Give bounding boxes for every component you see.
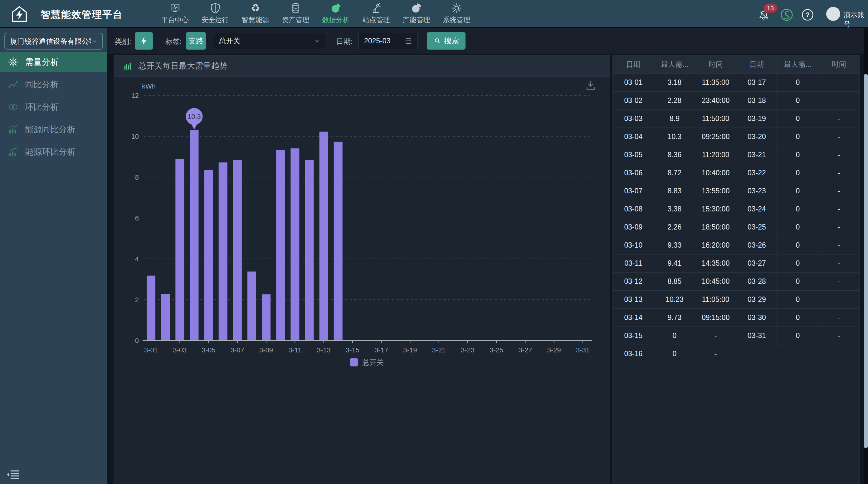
account-name[interactable]: 演示账号: [844, 10, 868, 29]
tag-branch-button[interactable]: 支路: [186, 32, 206, 50]
table-cell-empty: [736, 345, 777, 363]
collapse-sidebar-icon[interactable]: [6, 470, 21, 480]
avatar[interactable]: [826, 7, 840, 21]
svg-text:3-11: 3-11: [288, 346, 301, 354]
sidebar-item-energy-yoy-analysis[interactable]: 能源同比分析: [0, 120, 107, 139]
svg-text:3-01: 3-01: [144, 346, 158, 354]
table-cell: -: [818, 309, 859, 327]
table-cell: 03-19: [736, 110, 777, 128]
table-cell: 11:35:00: [695, 74, 736, 92]
database-icon: [290, 2, 301, 14]
table-header-cell: 日期: [613, 56, 654, 74]
table-cell: 0: [777, 146, 818, 164]
table-cell: 03-30: [736, 309, 777, 327]
table-cell: 0: [777, 255, 818, 272]
svg-text:12: 12: [131, 92, 139, 99]
page-scrollbar-track[interactable]: [864, 28, 868, 484]
table-cell: 03-22: [736, 164, 777, 182]
svg-text:3-23: 3-23: [461, 346, 474, 354]
svg-text:3-27: 3-27: [518, 346, 532, 354]
table-cell: 0: [777, 272, 818, 291]
nav-item-system-management[interactable]: 系统管理: [436, 0, 477, 27]
svg-text:3-25: 3-25: [490, 346, 503, 354]
sidebar-item-mom-analysis[interactable]: 环比分析: [0, 97, 107, 117]
table-cell: 0: [777, 92, 818, 110]
table-cell: 9.41: [654, 255, 695, 272]
robot-arm-icon: [371, 2, 382, 14]
table-cell: 10:45:00: [695, 272, 736, 291]
category-label: 类别:: [115, 37, 131, 46]
search-button[interactable]: 搜索: [427, 32, 466, 50]
demand-table: 日期最大需...时间日期最大需...时间03-013.1811:35:0003-…: [613, 56, 859, 363]
table-cell: -: [818, 200, 859, 218]
page-scrollbar-thumb[interactable]: [864, 74, 868, 448]
sidebar-item-label: 能源环比分析: [25, 146, 75, 158]
table-cell: 03-02: [613, 92, 654, 110]
nav-item-site-management[interactable]: 站点管理: [356, 0, 396, 27]
table-cell: -: [818, 128, 859, 146]
lightning-icon: [139, 36, 149, 45]
sidebar-item-label: 需量分析: [25, 57, 59, 68]
table-cell: 03-26: [736, 236, 777, 255]
svg-text:3-05: 3-05: [202, 346, 216, 354]
help-icon[interactable]: ?: [801, 8, 814, 22]
table-cell: 8.83: [654, 182, 695, 200]
table-cell: 03-31: [736, 327, 777, 345]
table-cell: -: [818, 218, 859, 236]
table-header-cell: 最大需...: [654, 56, 695, 74]
bar-chart-icon: [123, 61, 133, 71]
company-select-value: 厦门锐谷通信设备有限公司: [10, 36, 91, 46]
nav-item-smart-energy[interactable]: ♻智慧能源: [235, 0, 276, 27]
table-header-cell: 时间: [695, 56, 736, 74]
nav-item-capacity-management[interactable]: 产能管理: [396, 0, 436, 27]
table-cell: 03-16: [613, 345, 654, 363]
table-cell: 0: [777, 74, 818, 92]
table-cell: 03-04: [613, 128, 654, 146]
table-cell: 3.38: [654, 200, 695, 218]
sidebar-menu: 需量分析同比分析环比分析能源同比分析能源环比分析: [0, 52, 107, 164]
notification-badge[interactable]: 13: [763, 3, 777, 13]
date-picker[interactable]: 2025-03: [358, 33, 417, 49]
table-cell: 03-03: [613, 110, 654, 128]
table-header-cell: 日期: [736, 56, 777, 74]
svg-text:?: ?: [806, 11, 810, 19]
table-cell: 03-12: [613, 272, 654, 291]
table-cell: 15:30:00: [695, 200, 736, 218]
table-cell: 03-27: [736, 255, 777, 272]
nav-item-safe-operation[interactable]: 安全运行: [195, 0, 235, 27]
sidebar-item-demand-analysis[interactable]: 需量分析: [0, 52, 107, 72]
svg-text:3-13: 3-13: [317, 346, 331, 354]
nav-item-data-analysis[interactable]: 数据分析: [316, 0, 356, 27]
svg-text:3-21: 3-21: [432, 346, 446, 354]
nav-item-label: 资产管理: [282, 15, 310, 25]
category-electric-button[interactable]: [135, 32, 153, 50]
theme-toggle-icon[interactable]: [780, 8, 794, 22]
table-cell: -: [818, 236, 859, 255]
pie-gray-icon: [411, 2, 422, 14]
branch-select[interactable]: 总开关: [213, 33, 326, 49]
date-picker-value: 2025-03: [364, 37, 390, 45]
table-cell: 0: [777, 128, 818, 146]
company-select[interactable]: 厦门锐谷通信设备有限公司: [4, 33, 103, 50]
table-cell: 0: [654, 327, 695, 345]
table-cell: 03-11: [613, 255, 654, 272]
table-cell: 11:05:00: [695, 291, 736, 309]
table-cell: 03-15: [613, 327, 654, 345]
table-cell: 03-14: [613, 309, 654, 327]
sidebar-item-energy-mom-analysis[interactable]: 能源环比分析: [0, 142, 107, 162]
table-cell: 9.73: [654, 309, 695, 327]
top-nav: 平台中心安全运行♻智慧能源资产管理数据分析站点管理产能管理系统管理: [155, 0, 477, 27]
table-cell: -: [818, 110, 859, 128]
table-cell: 0: [777, 236, 818, 255]
nav-item-asset-management[interactable]: 资产管理: [276, 0, 316, 27]
app-title: 智慧能效管理平台: [40, 8, 123, 21]
table-cell: 03-29: [736, 291, 777, 309]
table-cell: 9.33: [654, 236, 695, 255]
table-cell: 16:20:00: [695, 236, 736, 255]
chart-header: 总开关每日最大需量趋势: [114, 56, 610, 77]
sidebar-item-yoy-analysis[interactable]: 同比分析: [0, 74, 107, 95]
table-cell: -: [818, 291, 859, 309]
calendar-icon: [405, 37, 412, 44]
table-cell: 03-21: [736, 146, 777, 164]
nav-item-platform-center[interactable]: 平台中心: [155, 0, 195, 27]
